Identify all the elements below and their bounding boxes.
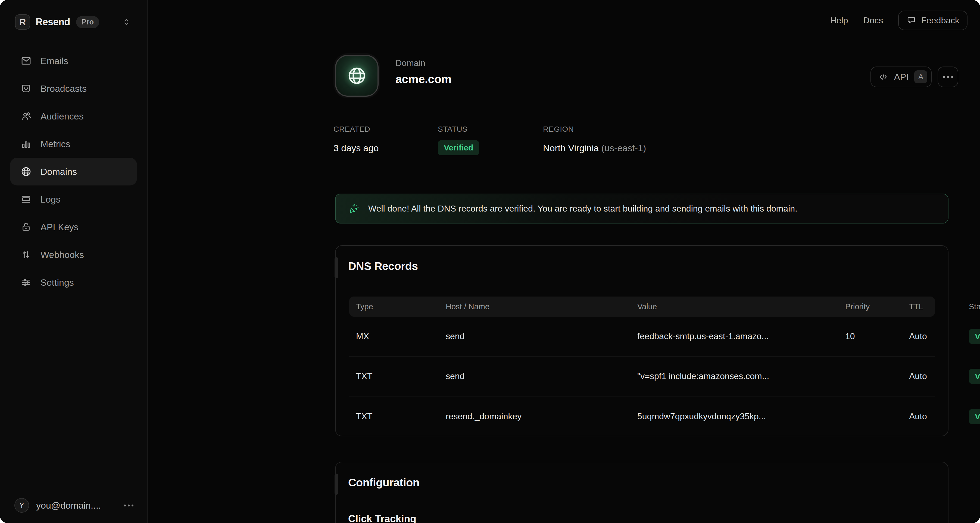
configuration-card: Configuration Click Tracking <box>335 462 948 523</box>
status-badge: Verified <box>438 140 479 155</box>
avatar: Y <box>14 498 29 513</box>
success-banner: Well done! All the DNS records are verif… <box>335 193 948 223</box>
help-link[interactable]: Help <box>830 16 848 25</box>
header-actions: API A <box>870 67 958 87</box>
domain-globe-icon <box>335 55 379 97</box>
api-button[interactable]: API A <box>870 67 932 87</box>
party-popper-icon <box>348 203 360 214</box>
status-badge: Verified <box>969 369 980 384</box>
bar-chart-icon <box>21 138 32 150</box>
sidebar-item-domains[interactable]: Domains <box>10 158 137 185</box>
chat-bubble-icon <box>906 16 916 25</box>
record-type: TXT <box>356 371 446 381</box>
api-shortcut-key: A <box>914 70 927 83</box>
table-row[interactable]: TXT send "v=spf1 include:amazonses.com..… <box>349 357 935 396</box>
chevron-up-down-icon[interactable] <box>120 16 133 29</box>
record-type: MX <box>356 331 446 341</box>
status-badge: Verified <box>969 329 980 344</box>
user-row[interactable]: Y you@domain.... <box>14 498 136 513</box>
record-value: "v=spf1 include:amazonses.com... <box>637 371 845 381</box>
more-options-button[interactable] <box>938 67 958 87</box>
configuration-title: Configuration <box>348 476 419 489</box>
sidebar-item-settings[interactable]: Settings <box>10 269 137 296</box>
user-menu-ellipsis-icon[interactable] <box>121 502 136 509</box>
record-host: send <box>446 331 637 341</box>
record-host: resend._domainkey <box>446 411 637 422</box>
sliders-icon <box>21 277 32 288</box>
created-label: CREATED <box>334 125 438 134</box>
domain-meta: CREATED 3 days ago STATUS Verified REGIO… <box>334 125 646 155</box>
record-type: TXT <box>356 411 446 422</box>
page-title: acme.com <box>395 73 452 86</box>
code-icon <box>878 72 888 82</box>
dns-records-title: DNS Records <box>348 260 418 273</box>
banner-message: Well done! All the DNS records are verif… <box>368 204 797 214</box>
people-icon <box>21 111 32 122</box>
region-code: (us-east-1) <box>601 143 646 153</box>
domain-eyebrow: Domain <box>395 58 452 68</box>
section-anchor-notch <box>334 257 338 278</box>
region-label: REGION <box>543 125 646 134</box>
record-priority: 10 <box>845 331 909 341</box>
status-badge: Verified <box>969 409 980 424</box>
lock-icon <box>21 221 32 233</box>
sidebar-nav: Emails Broadcasts Audiences Metrics Doma… <box>0 47 147 296</box>
created-value: 3 days ago <box>334 143 438 154</box>
docs-link[interactable]: Docs <box>864 16 883 25</box>
plan-badge: Pro <box>76 16 99 28</box>
workspace-row[interactable]: R Resend Pro <box>15 14 136 30</box>
sidebar: R Resend Pro Emails Broadcasts Audiences <box>0 0 148 523</box>
dns-records-card: DNS Records Type Host / Name Value Prior… <box>335 245 948 436</box>
resend-logo-icon: R <box>15 14 30 30</box>
sidebar-item-audiences[interactable]: Audiences <box>10 102 137 130</box>
app-window: R Resend Pro Emails Broadcasts Audiences <box>0 0 980 523</box>
sidebar-item-api-keys[interactable]: API Keys <box>10 213 137 241</box>
table-row[interactable]: MX send feedback-smtp.us-east-1.amazo...… <box>349 317 935 357</box>
region-value: North Virginia (us-east-1) <box>543 143 646 154</box>
workspace-name: Resend <box>36 16 70 28</box>
click-tracking-label: Click Tracking <box>348 513 416 523</box>
feedback-button[interactable]: Feedback <box>898 11 967 30</box>
record-host: send <box>446 371 637 381</box>
sidebar-item-emails[interactable]: Emails <box>10 47 137 74</box>
sidebar-item-logs[interactable]: Logs <box>10 185 137 213</box>
status-label: STATUS <box>438 125 543 134</box>
envelope-icon <box>21 55 32 67</box>
section-anchor-notch <box>334 474 338 495</box>
table-row[interactable]: TXT resend._domainkey 5uqmdw7qpxudkyvdon… <box>349 396 935 436</box>
main-content: Help Docs Feedback Domain acme.com API A <box>148 0 980 523</box>
record-ttl: Auto <box>909 411 969 422</box>
record-ttl: Auto <box>909 331 969 341</box>
record-value: feedback-smtp.us-east-1.amazo... <box>637 331 845 341</box>
dns-table: Type Host / Name Value Priority TTL Stat… <box>349 296 935 436</box>
dns-table-header: Type Host / Name Value Priority TTL Stat… <box>349 296 935 317</box>
globe-icon <box>21 166 32 178</box>
sidebar-item-metrics[interactable]: Metrics <box>10 130 137 158</box>
user-email: you@domain.... <box>36 500 121 511</box>
rows-icon <box>21 193 32 205</box>
sidebar-item-broadcasts[interactable]: Broadcasts <box>10 74 137 102</box>
broadcast-tray-icon <box>21 83 32 94</box>
ellipsis-icon <box>943 76 945 78</box>
record-ttl: Auto <box>909 371 969 381</box>
record-value: 5uqmdw7qpxudkyvdonqzy35kp... <box>637 411 845 422</box>
sidebar-item-webhooks[interactable]: Webhooks <box>10 241 137 269</box>
domain-header: Domain acme.com <box>335 55 452 97</box>
top-nav: Help Docs Feedback <box>830 11 967 30</box>
arrows-up-down-icon <box>21 249 32 260</box>
